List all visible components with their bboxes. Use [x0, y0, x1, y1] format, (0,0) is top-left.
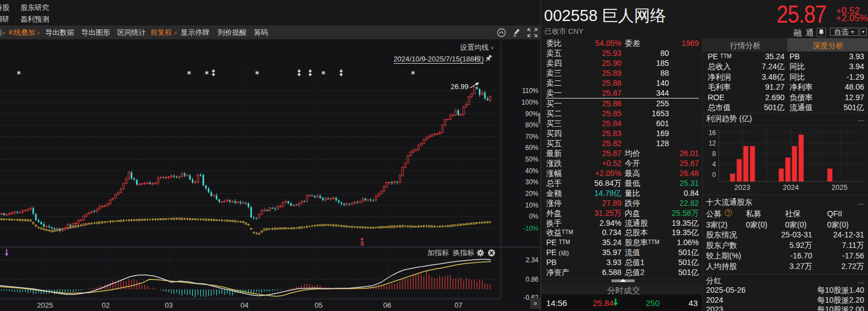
- svg-text:S: S: [360, 241, 364, 246]
